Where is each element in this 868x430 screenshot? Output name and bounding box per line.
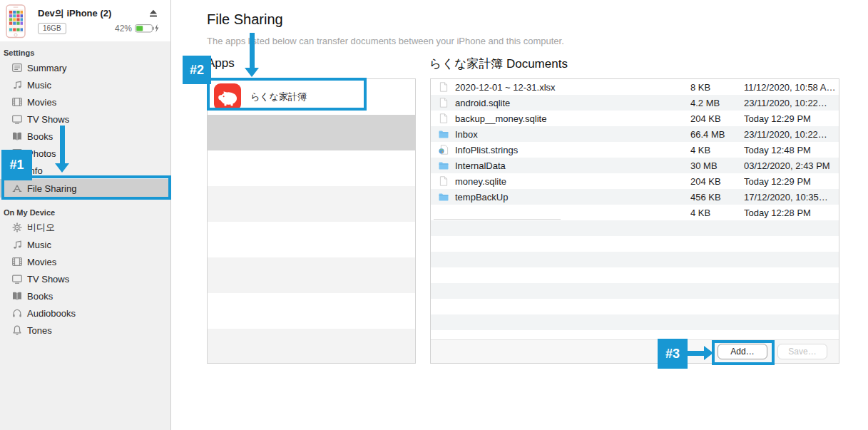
table-row[interactable]: InternalData30 MB03/12/2020, 2:43 PM xyxy=(431,158,839,173)
sidebar-item-file-sharing[interactable]: File Sharing xyxy=(0,179,170,198)
file-name: Inbox xyxy=(455,129,690,140)
annotation-arrowhead-1 xyxy=(55,163,69,173)
film-icon xyxy=(11,256,23,267)
apps-empty-row xyxy=(208,293,415,329)
file-name: InfoPlist.strings xyxy=(455,145,690,155)
app-name: らくな家計簿 xyxy=(250,91,307,103)
film-icon xyxy=(11,96,23,108)
folder-icon xyxy=(438,191,449,203)
sidebar-item-summary[interactable]: Summary xyxy=(0,59,170,76)
file-modified: Today 12:29 PM xyxy=(744,113,839,124)
file-modified: Today 12:48 PM xyxy=(744,145,839,155)
annotation-arrow-2 xyxy=(250,33,255,68)
table-row[interactable]: 4 KBToday 12:28 PM xyxy=(431,205,839,220)
documents-list: 2020-12-01 ~ 12-31.xlsx8 KB11/12/2020, 1… xyxy=(431,79,839,339)
file-modified: Today 12:28 PM xyxy=(744,208,839,218)
gear-icon xyxy=(11,222,23,233)
music-icon xyxy=(11,239,23,250)
tv-icon xyxy=(11,113,23,125)
sidebar-item-tv-shows[interactable]: TV Shows xyxy=(0,111,170,128)
apps-empty-row xyxy=(208,222,415,257)
document-icon xyxy=(438,113,449,124)
app-row[interactable]: らくな家計簿 xyxy=(208,79,415,115)
document-icon xyxy=(438,97,449,108)
documents-empty-row xyxy=(431,314,839,330)
table-row[interactable]: tempBackUp456 KB17/12/2020, 10:35… xyxy=(431,189,839,205)
sidebar-item-movies-device[interactable]: Movies xyxy=(0,253,170,270)
document-icon xyxy=(438,175,449,187)
device-name[interactable]: Dev의 iPhone (2) xyxy=(38,7,148,20)
apps-list: らくな家計簿 xyxy=(208,79,415,364)
file-name: tempBackUp xyxy=(455,192,690,203)
capacity-badge: 16GB xyxy=(38,23,66,34)
book-icon xyxy=(11,290,23,302)
settings-section-label: Settings xyxy=(0,46,170,59)
sidebar-item-music-device[interactable]: Music xyxy=(0,236,170,253)
music-icon xyxy=(11,79,23,91)
file-modified: 23/11/2020, 10:22… xyxy=(744,129,839,140)
documents-empty-row xyxy=(431,330,839,339)
documents-panel: 2020-12-01 ~ 12-31.xlsx8 KB11/12/2020, 1… xyxy=(430,78,839,364)
on-my-device-section-label: On My Device xyxy=(0,206,170,219)
table-row[interactable]: android.sqlite4.2 MB23/11/2020, 10:22… xyxy=(431,95,839,111)
file-size: 30 MB xyxy=(690,160,744,171)
folder-icon xyxy=(438,160,449,171)
page-subtitle: The apps listed below can transfer docum… xyxy=(207,36,564,46)
file-size: 4.2 MB xyxy=(690,98,744,108)
sidebar-item-tv-shows-device[interactable]: TV Shows xyxy=(0,270,170,287)
table-row[interactable]: money.sqlite204 KBToday 12:29 PM xyxy=(431,173,839,189)
tv-icon xyxy=(11,273,23,285)
sidebar-item-books-device[interactable]: Books xyxy=(0,287,170,304)
bell-icon xyxy=(11,324,23,336)
documents-empty-row xyxy=(431,236,839,252)
annotation-badge-1: #1 xyxy=(1,150,32,180)
strings-file-icon xyxy=(438,144,449,155)
documents-empty-row xyxy=(431,267,839,283)
summary-icon xyxy=(11,62,23,73)
sidebar-sections: SettingsSummaryMusicMoviesTV ShowsBooksP… xyxy=(0,46,170,339)
save-button[interactable]: Save… xyxy=(777,344,827,359)
apps-empty-row xyxy=(208,150,415,186)
file-name: android.sqlite xyxy=(455,98,690,108)
sidebar-item-movies[interactable]: Movies xyxy=(0,93,170,111)
file-modified: 23/11/2020, 10:22… xyxy=(744,98,839,108)
annotation-arrowhead-3 xyxy=(704,346,713,360)
file-size: 204 KB xyxy=(690,176,744,187)
file-size: 4 KB xyxy=(690,208,744,218)
table-row[interactable]: InfoPlist.strings4 KBToday 12:48 PM xyxy=(431,142,839,158)
eject-icon[interactable] xyxy=(148,8,159,19)
iphone-thumbnail[interactable] xyxy=(6,4,27,39)
file-name: backup__money.sqlite xyxy=(455,113,690,124)
file-modified: 11/12/2020, 10:58 A… xyxy=(744,82,839,93)
file-size: 66.4 MB xyxy=(690,129,744,140)
annotation-badge-2: #2 xyxy=(183,56,211,84)
annotation-arrowhead-2 xyxy=(245,68,259,77)
documents-footer: Add… Save… xyxy=(431,339,839,363)
apps-empty-row xyxy=(208,257,415,293)
file-name: money.sqlite xyxy=(455,176,690,187)
sidebar-item-audiobooks[interactable]: Audiobooks xyxy=(0,304,170,322)
folder-icon xyxy=(438,128,449,140)
documents-empty-row xyxy=(431,252,839,267)
sidebar-item-tones[interactable]: Tones xyxy=(0,322,170,339)
file-size: 4 KB xyxy=(690,145,744,155)
documents-column-header: らくな家計簿 Documents xyxy=(429,56,568,72)
sidebar-item-books[interactable]: Books xyxy=(0,128,170,145)
table-row[interactable]: backup__money.sqlite204 KBToday 12:29 PM xyxy=(431,111,839,126)
table-row[interactable]: Inbox66.4 MB23/11/2020, 10:22… xyxy=(431,126,839,142)
file-name: 2020-12-01 ~ 12-31.xlsx xyxy=(455,82,690,93)
documents-empty-row xyxy=(431,299,839,314)
add-button[interactable]: Add… xyxy=(718,344,767,359)
sidebar-item-videos[interactable]: 비디오 xyxy=(0,219,170,236)
appstore-icon xyxy=(11,183,23,194)
sidebar-item-music[interactable]: Music xyxy=(0,76,170,93)
apps-empty-row xyxy=(208,329,415,364)
file-size: 456 KB xyxy=(690,192,744,203)
table-row[interactable]: 2020-12-01 ~ 12-31.xlsx8 KB11/12/2020, 1… xyxy=(431,79,839,95)
document-icon xyxy=(438,81,449,93)
file-modified: 03/12/2020, 2:43 PM xyxy=(744,160,839,171)
documents-empty-row xyxy=(431,283,839,299)
apps-selected-empty-row xyxy=(208,115,415,150)
book-icon xyxy=(11,130,23,142)
annotation-arrow-3 xyxy=(687,351,705,356)
